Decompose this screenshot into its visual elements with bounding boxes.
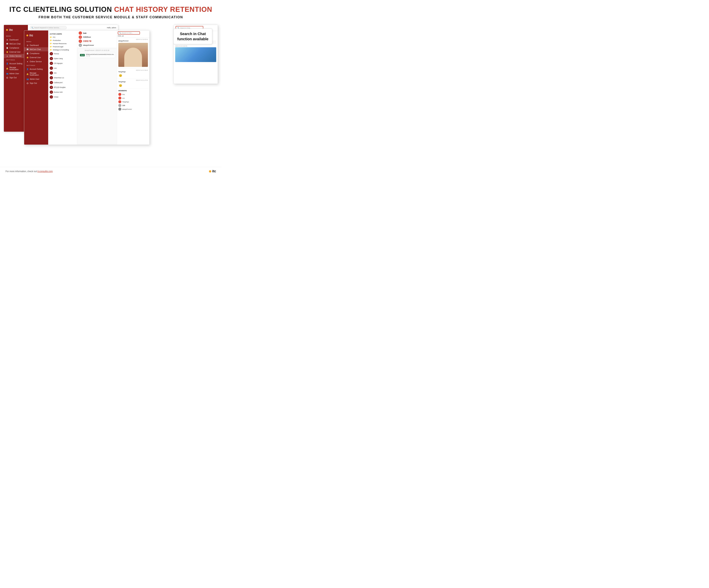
chat-contact-always: alwaysForever (83, 44, 94, 46)
file-name: 593bfced2d02a5cf1a4cbb4a5b244c6d.xlsx (86, 54, 114, 55)
logo-dot-2 (26, 34, 28, 36)
folder-icon: 📁 (50, 46, 52, 48)
folder-finance[interactable]: 📁 Finance/Legal (48, 45, 77, 48)
logo-text-1: itc (9, 28, 13, 32)
user-calista[interactable]: C Calista-pvvi (48, 80, 77, 85)
sidebar-item-compliance-2[interactable]: 📋 Compliance (24, 51, 48, 55)
emoji-msg: 😊 (119, 83, 123, 87)
compliance-icon: 📋 (6, 47, 8, 49)
admin-icon-2: 👥 (26, 78, 29, 80)
member-tangjing: TangJing1 (119, 100, 148, 104)
user-name: Dylan Liang (54, 58, 63, 59)
sidebar-label: Compliance (30, 52, 40, 54)
chat-contact-ext: 外部客户群 (83, 40, 91, 43)
sidebar-label: Admin User (30, 78, 39, 80)
notification-icon: 🔔 (6, 68, 8, 70)
folder-strategy[interactable]: 📁 Strategy & Consulting (48, 48, 77, 51)
screenshots-area: itc MENU ⊞ Dashboard 💬 WeCom Chat 📋 Comp… (4, 25, 218, 165)
folder-production[interactable]: 📁 Production (48, 39, 77, 42)
page-subtitle: FROM BOTH THE CUSTOMER SERVICE MODULE & … (7, 15, 214, 19)
user-name: Teresa (54, 53, 59, 55)
sidebar-item-wecom-2[interactable]: 💬 WeCom Chat (24, 47, 48, 51)
logo-text-2: itc (29, 34, 33, 37)
rp-msg-image: alwaysForever 2023-07-12 16:31:41 (117, 38, 149, 69)
sidebar-label: Sign Out (9, 77, 17, 79)
sidebar-label: Compliance (9, 47, 19, 49)
hello-text-s2: Hello, ad (118, 35, 149, 37)
sidebar-logo-2: itc (24, 32, 48, 40)
wecom-icon: 💬 (6, 43, 8, 45)
user-song[interactable]: 宋 宋弘道-Douglas (48, 85, 77, 90)
sidebar-label: Account Setting (30, 68, 43, 70)
chat-area-2: L Leo 内 内部群test 外 外部客户群 a (77, 30, 117, 145)
sidebar-label: Manage Notification (9, 67, 26, 71)
user-avatar: Z (50, 76, 53, 79)
user-name: Calista-pvvi (54, 82, 62, 83)
folder-hr[interactable]: 📁 Human Resources (48, 42, 77, 45)
sidebar-item-account-2[interactable]: 👤 Account Setting (24, 67, 48, 71)
file-date-2: 2023-07-04 15:00:55 (175, 46, 216, 47)
active-users-panel: ACTIVE USERS 📁 ITC 📁 Production 📁 Human … (48, 30, 77, 145)
user-leo[interactable]: L Leo (48, 66, 77, 71)
member-leo: Leo (119, 96, 148, 100)
hello-admin-1: Hello, admin (107, 27, 116, 29)
rp-msg-emoji2: TangJing1 2023-07-18 11:47:01 😊 (117, 79, 149, 88)
page-footer: For more information, check out it-consu… (0, 167, 221, 175)
folder-name: Production (53, 40, 61, 41)
user-eunice[interactable]: E Eunice Goh (48, 90, 77, 95)
search-box-1[interactable]: 🔍 Search keyword in Online Service... (30, 26, 67, 29)
member-avatar (119, 93, 121, 96)
folder-name: Strategy & Consulting (53, 49, 69, 51)
profile-image (119, 43, 148, 67)
external-icon: ⭐ (6, 51, 8, 53)
user-name: Leo (54, 67, 57, 69)
user-dylan[interactable]: D Dylan Liang (48, 56, 77, 61)
signout-icon: ⏻ (6, 76, 8, 79)
footer-link[interactable]: it-consultis.com (37, 170, 53, 173)
sidebar-item-signout-2[interactable]: ⏻ Sign Out (24, 81, 48, 85)
user-chi[interactable]: C Chi Nguyen (48, 61, 77, 66)
xls-badge: XLS (80, 54, 85, 56)
user-avatar: V (50, 95, 53, 99)
rp-time: 2023-07-18 11:46:42 (136, 70, 148, 71)
footer-text-static: For more information, check out (5, 170, 37, 173)
footer-logo-dot (209, 170, 211, 173)
leo-avatar: L (79, 31, 82, 35)
member-alwaysforever: alwaysForever (119, 107, 148, 111)
user-name: 宋弘道-Douglas (54, 86, 65, 88)
user-avatar: L (50, 67, 53, 70)
user-zhanchao[interactable]: Z Zhanchao Liu (48, 75, 77, 80)
sidebar-label: Manage Notification (30, 72, 46, 76)
folder-icon: 📁 (50, 49, 52, 51)
member-avatar (119, 100, 121, 103)
folder-itc[interactable]: 📁 ITC (48, 36, 77, 39)
logo-dot-1 (6, 29, 8, 31)
dashboard-icon: ⊞ (6, 39, 8, 41)
screenshot-2: itc MENU ⊞ Dashboard 💬 WeCom Chat 📋 Comp… (24, 30, 150, 145)
folder-name: Human Resources (53, 43, 67, 45)
msg-date-sep: alwaysForever • 2023-07-12 16:21:30 (79, 50, 115, 51)
user-vivian[interactable]: V Vivian (48, 95, 77, 99)
always-avatar: a (79, 44, 82, 47)
sidebar-item-dashboard-2[interactable]: ⊞ Dashboard (24, 43, 48, 47)
sidebar-item-external-2[interactable]: ⭐ External User (24, 55, 48, 59)
footer-info: For more information, check out it-consu… (5, 170, 53, 173)
rp-time: 2023-07-18 11:47:01 (136, 80, 148, 81)
dashboard-icon-2: ⊞ (26, 44, 29, 46)
sidebar-item-online-2[interactable]: ● Online Service (24, 59, 48, 63)
ext-group-avatar: 外 (79, 40, 82, 43)
user-avatar: C (50, 81, 53, 84)
user-avatar: E (50, 91, 53, 94)
sidebar-label: External User (30, 56, 41, 58)
user-name: Chi Nguyen (54, 62, 62, 64)
sidebar-item-notif-2[interactable]: 🔔 Manage Notification (24, 71, 48, 77)
user-avatar: D (50, 57, 53, 60)
search-chat-box[interactable]: 🔍 Search in Chat... (118, 31, 140, 34)
search-callout: Search in Chat function available (174, 28, 212, 44)
user-teresa[interactable]: T Teresa (48, 51, 77, 56)
sidebar-item-admin-2[interactable]: 👥 Admin User (24, 77, 48, 81)
settings-label-2: SETTINGS (24, 63, 48, 67)
user-jes[interactable]: J Jes (48, 71, 77, 75)
rp-time: 2023-07-12 16:31:41 (136, 39, 148, 40)
admin-icon: 👥 (6, 72, 8, 75)
